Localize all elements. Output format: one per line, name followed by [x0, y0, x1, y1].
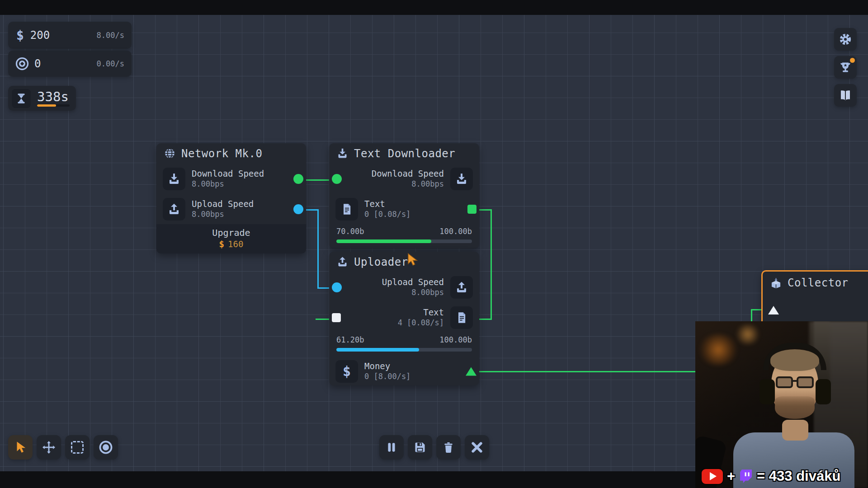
caption-plus: +: [727, 468, 735, 484]
money-panel: $ 200 8.00/s: [8, 22, 132, 49]
download-icon: [163, 168, 185, 190]
focus-icon: [99, 440, 113, 455]
dollar-icon: $: [335, 360, 358, 383]
webcam-glasses: [792, 380, 797, 382]
box-select-tool[interactable]: [65, 435, 90, 460]
cursor-tool-icon: [14, 441, 27, 454]
points-panel: 0 0.00/s: [8, 51, 132, 77]
uploader-speed-label: Upload Speed: [382, 277, 444, 288]
webcam-headphone-cup: [760, 379, 775, 404]
network-download-row: Download Speed 8.00bps: [156, 164, 306, 194]
network-upload-label: Upload Speed: [192, 199, 254, 210]
webcam-person-neck: [782, 420, 808, 441]
achievements-button[interactable]: [834, 56, 857, 79]
caption-viewers: = 433 diváků: [757, 468, 840, 484]
download-icon: [450, 168, 473, 190]
box-select-icon: [71, 441, 84, 454]
network-upgrade-button[interactable]: Upgrade $160: [156, 224, 306, 253]
node-downloader-header[interactable]: Text Downloader: [329, 143, 479, 164]
node-collector-title: Collector: [788, 277, 849, 289]
node-text-downloader[interactable]: Text Downloader Download Speed 8.00bps: [329, 143, 479, 249]
package-icon: [770, 277, 782, 289]
network-download-output-port[interactable]: [293, 174, 303, 184]
downloader-progress-fill: [336, 239, 431, 243]
downloader-item-label: Text: [364, 199, 385, 210]
uploader-money-label: Money: [364, 361, 390, 372]
webcam-headphone-cup: [816, 379, 831, 404]
node-downloader-title: Text Downloader: [354, 147, 455, 160]
stream-caption: + = 433 diváků: [702, 468, 840, 484]
upload-icon: [450, 276, 473, 299]
downloader-speed-value: 8.00bps: [411, 179, 444, 189]
wire-text-seg2: [491, 209, 492, 320]
network-upload-value: 8.00bps: [192, 210, 224, 219]
uploader-progress-bar: [336, 348, 472, 352]
uploader-progress-max: 100.00b: [439, 335, 472, 344]
uploader-text-input-port[interactable]: [332, 313, 341, 322]
downloader-speed-label: Download Speed: [372, 169, 444, 179]
save-button[interactable]: [408, 435, 432, 460]
game-canvas[interactable]: { "colors": { "green": "#2bd363", "blue"…: [0, 0, 868, 488]
timer-progress-fill: [37, 104, 56, 107]
node-network[interactable]: Network Mk.0 Download Speed 8.00bps Uplo…: [156, 143, 306, 253]
network-download-label: Download Speed: [192, 169, 264, 179]
delete-button[interactable]: [436, 435, 461, 460]
focus-tool[interactable]: [94, 435, 118, 460]
downloader-progress-current: 70.00b: [336, 227, 364, 236]
webcam-bokeh: [698, 334, 739, 366]
save-icon: [414, 441, 426, 454]
webcam-overlay: [695, 321, 868, 488]
upgrade-label: Upgrade: [156, 227, 306, 238]
uploader-speed-row: Upload Speed 8.00bps: [329, 272, 479, 302]
uploader-money-value: 0 [8.00/s]: [364, 372, 410, 381]
guide-button[interactable]: [834, 84, 857, 107]
downloader-progress: 70.00b 100.00b: [329, 224, 479, 249]
achievement-notification-dot: [850, 58, 855, 63]
file-icon: [450, 306, 473, 329]
downloader-text-output-port[interactable]: [467, 205, 476, 214]
collector-money-row: Money 200 [8.00/s]: [770, 299, 868, 318]
node-uploader[interactable]: Uploader Upload Speed 8.00bps Text 4 [0.…: [329, 252, 479, 385]
downloader-text-row: Text 0 [0.08/s]: [329, 194, 479, 224]
webcam-person-beard: [775, 396, 815, 419]
uploader-progress: 61.20b 100.00b: [329, 333, 479, 357]
uploader-item-value: 4 [0.08/s]: [398, 318, 444, 328]
node-uploader-header[interactable]: Uploader: [329, 252, 479, 272]
network-upload-output-port[interactable]: [293, 204, 303, 214]
pause-button[interactable]: [379, 435, 404, 460]
uploader-speed-input-port[interactable]: [332, 282, 342, 292]
uploader-item-label: Text: [423, 307, 444, 318]
downloader-progress-bar: [336, 239, 472, 243]
points-icon: [15, 57, 29, 70]
select-cursor-tool[interactable]: [8, 435, 33, 460]
move-tool[interactable]: [37, 435, 61, 460]
money-value: 200: [30, 29, 50, 42]
close-button[interactable]: [465, 435, 489, 460]
upgrade-cost: 160: [228, 239, 243, 249]
collector-money-label: Money: [770, 299, 868, 309]
trash-icon: [443, 441, 454, 453]
node-uploader-title: Uploader: [354, 256, 408, 268]
downloader-speed-input-port[interactable]: [332, 174, 342, 184]
hourglass-icon: [12, 89, 31, 108]
collector-money-value: 200 [8.00/s]: [770, 309, 868, 318]
uploader-money-output-port[interactable]: [466, 367, 476, 375]
points-value: 0: [34, 57, 41, 70]
collector-money-input-port[interactable]: [768, 306, 779, 314]
wire-network-uploader-seg2: [317, 209, 319, 289]
webcam-glasses: [797, 376, 814, 388]
downloader-item-value: 0 [0.08/s]: [364, 210, 410, 219]
settings-button[interactable]: [834, 28, 857, 51]
timer-progress-track: [37, 104, 70, 107]
downloader-progress-max: 100.00b: [439, 227, 472, 236]
twitch-icon: [739, 469, 753, 483]
dollar-icon: $: [16, 28, 24, 43]
uploader-text-row: Text 4 [0.08/s]: [329, 302, 479, 333]
node-network-header[interactable]: Network Mk.0: [156, 143, 306, 164]
close-icon: [471, 441, 483, 454]
book-icon: [839, 89, 852, 102]
uploader-money-row: $ Money 0 [8.00/s]: [329, 357, 479, 385]
uploader-progress-current: 61.20b: [336, 335, 364, 344]
timer-panel: 338s: [8, 86, 76, 111]
node-collector-header[interactable]: Collector: [763, 272, 868, 294]
